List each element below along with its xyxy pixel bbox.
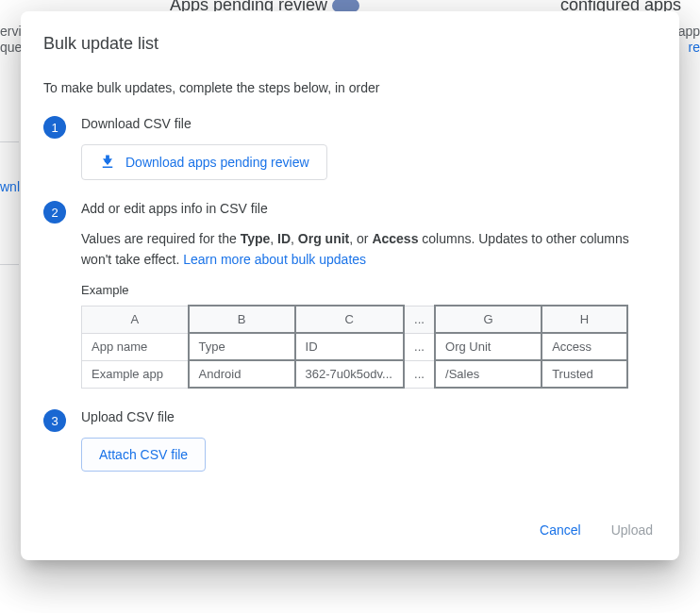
- bg-right-text: app: [678, 24, 700, 39]
- table-cell: Access: [542, 333, 627, 360]
- bg-divider: [0, 141, 19, 142]
- table-cell: ID: [295, 333, 404, 360]
- table-cell: Org Unit: [435, 333, 542, 360]
- dialog-actions: Cancel Upload: [43, 517, 657, 543]
- upload-button: Upload: [608, 517, 657, 543]
- step-content: Download CSV file Download apps pending …: [81, 116, 657, 180]
- step-title: Add or edit apps info in CSV file: [81, 201, 657, 216]
- table-cell: ...: [404, 333, 435, 360]
- table-header-cell: C: [295, 306, 404, 333]
- learn-more-link[interactable]: Learn more about bulk updates: [183, 252, 366, 267]
- step-number-badge: 1: [43, 116, 66, 139]
- table-cell: Example app: [82, 360, 189, 388]
- step-1: 1 Download CSV file Download apps pendin…: [43, 116, 657, 180]
- attach-button-label: Attach CSV file: [99, 447, 188, 462]
- table-row: Example app Android 362-7u0k5odv... ... …: [82, 360, 628, 388]
- step-title: Upload CSV file: [81, 409, 657, 424]
- bulk-update-dialog: Bulk update list To make bulk updates, c…: [21, 11, 679, 560]
- table-cell: Trusted: [542, 360, 627, 388]
- table-cell: 362-7u0k5odv...: [295, 360, 404, 388]
- dialog-intro: To make bulk updates, complete the steps…: [43, 80, 657, 95]
- bg-divider: [0, 264, 19, 265]
- table-header-cell: A: [82, 306, 189, 333]
- table-cell: Android: [189, 360, 295, 388]
- dialog-title: Bulk update list: [43, 34, 657, 54]
- bg-side-text: que: [0, 40, 22, 55]
- bg-right-link: re: [689, 40, 700, 55]
- step-title: Download CSV file: [81, 116, 657, 131]
- table-header-cell: H: [542, 306, 627, 333]
- step-3: 3 Upload CSV file Attach CSV file: [43, 409, 657, 472]
- table-header-cell: ...: [404, 306, 435, 333]
- attach-csv-button[interactable]: Attach CSV file: [81, 438, 206, 472]
- download-csv-button[interactable]: Download apps pending review: [81, 144, 327, 180]
- table-cell: Type: [189, 333, 295, 360]
- step-number-badge: 3: [43, 409, 66, 432]
- table-row: App name Type ID ... Org Unit Access: [82, 333, 628, 360]
- example-label: Example: [81, 283, 657, 297]
- download-button-label: Download apps pending review: [125, 155, 309, 170]
- table-header-row: A B C ... G H: [82, 306, 628, 333]
- step-description: Values are required for the Type, ID, Or…: [81, 229, 657, 270]
- step-content: Add or edit apps info in CSV file Values…: [81, 201, 657, 389]
- download-icon: [99, 154, 116, 171]
- table-cell: App name: [82, 333, 189, 360]
- step-content: Upload CSV file Attach CSV file: [81, 409, 657, 472]
- table-cell: /Sales: [435, 360, 542, 388]
- table-cell: ...: [404, 360, 435, 388]
- cancel-button[interactable]: Cancel: [536, 517, 585, 543]
- step-number-badge: 2: [43, 201, 66, 224]
- table-header-cell: B: [189, 306, 295, 333]
- bg-side-link: wnl: [0, 179, 20, 194]
- step-2: 2 Add or edit apps info in CSV file Valu…: [43, 201, 657, 389]
- example-table: A B C ... G H App name Type ID ... Org U…: [81, 305, 628, 389]
- table-header-cell: G: [435, 306, 542, 333]
